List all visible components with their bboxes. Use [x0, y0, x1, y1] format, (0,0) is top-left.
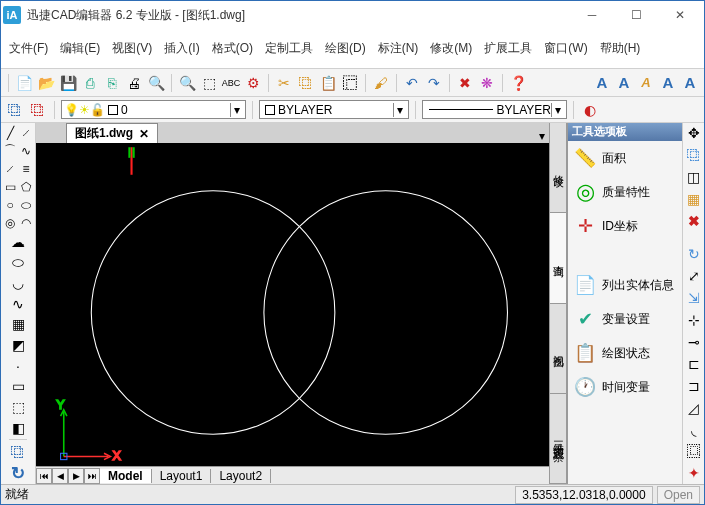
rotate2-icon[interactable]: ↻	[685, 245, 703, 262]
vtab-view[interactable]: 视图	[550, 304, 566, 394]
preview-icon[interactable]: 🔍	[146, 73, 166, 93]
cut-icon[interactable]: ✂	[274, 73, 294, 93]
menu-view[interactable]: 视图(V)	[112, 40, 152, 57]
wipeout-icon[interactable]: ⬚	[9, 398, 27, 416]
gradient-icon[interactable]: ◩	[9, 336, 27, 354]
vtab-3d-observe[interactable]: 三维动态观察	[550, 394, 566, 484]
circle-icon[interactable]: ○	[3, 197, 18, 212]
purge-icon[interactable]: ❋	[477, 73, 497, 93]
save-icon[interactable]: 💾	[58, 73, 78, 93]
paste-icon[interactable]: 📋	[318, 73, 338, 93]
poly-icon[interactable]: ⬠	[19, 179, 34, 194]
export-icon[interactable]: ⎙	[80, 73, 100, 93]
menu-ext[interactable]: 扩展工具	[484, 40, 532, 57]
doc-tab[interactable]: 图纸1.dwg ✕	[66, 123, 158, 143]
palette-status[interactable]: 📋绘图状态	[568, 336, 682, 370]
props-icon[interactable]: ◐	[580, 100, 600, 120]
text-a5[interactable]: A	[680, 73, 700, 93]
vtab-modify[interactable]: 修改	[550, 123, 566, 213]
palette-area[interactable]: 📏面积	[568, 141, 682, 175]
delete-icon[interactable]: ✖	[455, 73, 475, 93]
region-icon[interactable]: ◧	[9, 419, 27, 437]
chevron-down-icon[interactable]: ▾	[393, 103, 406, 117]
linetype-combo[interactable]: BYLAYER ▾	[422, 100, 567, 119]
arc2-icon[interactable]: ◠	[19, 215, 34, 230]
layout-1[interactable]: Layout1	[152, 469, 212, 483]
layout-2[interactable]: Layout2	[211, 469, 271, 483]
dim-icon[interactable]: ⚙	[243, 73, 263, 93]
revcloud-icon[interactable]: ☁	[9, 233, 27, 251]
color-combo[interactable]: BYLAYER ▾	[259, 100, 409, 119]
arc-icon[interactable]: ⌒	[3, 143, 18, 158]
undo-icon[interactable]: ↶	[402, 73, 422, 93]
chevron-down-icon[interactable]: ▾	[230, 103, 243, 117]
ellipse2-icon[interactable]: ⬭	[9, 254, 27, 272]
rotate-icon[interactable]: ↻	[9, 464, 27, 482]
menu-modify[interactable]: 修改(M)	[430, 40, 472, 57]
join-icon[interactable]: ⊐	[685, 377, 703, 394]
vtab-query[interactable]: 查询	[550, 213, 566, 303]
close-tab-icon[interactable]: ✕	[139, 127, 149, 141]
minimize-button[interactable]: ─	[570, 2, 614, 28]
maximize-button[interactable]: ☐	[614, 2, 658, 28]
pline-icon[interactable]: ⟋	[3, 161, 18, 176]
point-icon[interactable]: ·	[9, 357, 27, 375]
scale-icon[interactable]: ⤢	[685, 267, 703, 284]
copy-icon[interactable]: ⿻	[296, 73, 316, 93]
line-icon[interactable]: ╱	[3, 125, 18, 140]
layout-model[interactable]: Model	[100, 469, 152, 483]
text-a4[interactable]: A	[658, 73, 678, 93]
spline-icon[interactable]: ∿	[19, 143, 34, 158]
new-icon[interactable]: 📄	[14, 73, 34, 93]
spellcheck-icon[interactable]: ABC	[221, 73, 241, 93]
layer-manager-icon[interactable]: ⿻	[5, 100, 25, 120]
palette-list[interactable]: 📄列出实体信息	[568, 268, 682, 302]
menu-file[interactable]: 文件(F)	[9, 40, 48, 57]
palette-id[interactable]: ✛ID坐标	[568, 209, 682, 243]
palette-massprops[interactable]: ◎质量特性	[568, 175, 682, 209]
text-a2[interactable]: A	[614, 73, 634, 93]
next-layout-icon[interactable]: ▶	[68, 468, 84, 484]
open-icon[interactable]: 📂	[36, 73, 56, 93]
text-a1[interactable]: A	[592, 73, 612, 93]
prev-layout-icon[interactable]: ◀	[52, 468, 68, 484]
break-icon[interactable]: ⊏	[685, 355, 703, 372]
layer-combo[interactable]: 💡 ☀ 🔓 0 ▾	[61, 100, 246, 119]
menu-annot[interactable]: 标注(N)	[378, 40, 419, 57]
help-icon[interactable]: ❓	[508, 73, 528, 93]
chevron-down-icon[interactable]: ▾	[551, 103, 564, 117]
move-icon[interactable]: ✥	[685, 125, 703, 142]
menu-format[interactable]: 格式(O)	[212, 40, 253, 57]
mline-icon[interactable]: ≡	[19, 161, 34, 176]
array-icon[interactable]: ▦	[685, 191, 703, 208]
first-layout-icon[interactable]: ⏮	[36, 468, 52, 484]
drawing-canvas[interactable]: Y X	[36, 143, 549, 466]
export2-icon[interactable]: ⎘	[102, 73, 122, 93]
menu-draw[interactable]: 绘图(D)	[325, 40, 366, 57]
palette-setvar[interactable]: ✔变量设置	[568, 302, 682, 336]
trim-icon[interactable]: ⊹	[685, 311, 703, 328]
block-icon[interactable]: ▭	[9, 377, 27, 395]
last-layout-icon[interactable]: ⏭	[84, 468, 100, 484]
print-icon[interactable]: 🖨	[124, 73, 144, 93]
layer-tool-icon[interactable]: ⿻	[28, 100, 48, 120]
palette-time[interactable]: 🕐时间变量	[568, 370, 682, 404]
hatch-icon[interactable]: ▦	[9, 316, 27, 334]
extend-icon[interactable]: ⊸	[685, 333, 703, 350]
ellipse-icon[interactable]: ⬭	[19, 197, 34, 212]
chamfer-icon[interactable]: ◿	[685, 399, 703, 416]
ray-icon[interactable]: ⟋	[19, 125, 34, 140]
menu-window[interactable]: 窗口(W)	[544, 40, 587, 57]
donut-icon[interactable]: ◎	[3, 215, 18, 230]
spline2-icon[interactable]: ∿	[9, 295, 27, 313]
stretch-icon[interactable]: ⇲	[685, 289, 703, 306]
copy2-icon[interactable]: ⿻	[685, 147, 703, 164]
select-icon[interactable]: ⬚	[199, 73, 219, 93]
rect-icon[interactable]: ▭	[3, 179, 18, 194]
arc3-icon[interactable]: ◡	[9, 274, 27, 292]
redo-icon[interactable]: ↷	[424, 73, 444, 93]
menu-help[interactable]: 帮助(H)	[600, 40, 641, 57]
brush-icon[interactable]: 🖌	[371, 73, 391, 93]
explode-icon[interactable]: ✦	[685, 465, 703, 482]
offset-icon[interactable]: ⿴	[685, 443, 703, 460]
